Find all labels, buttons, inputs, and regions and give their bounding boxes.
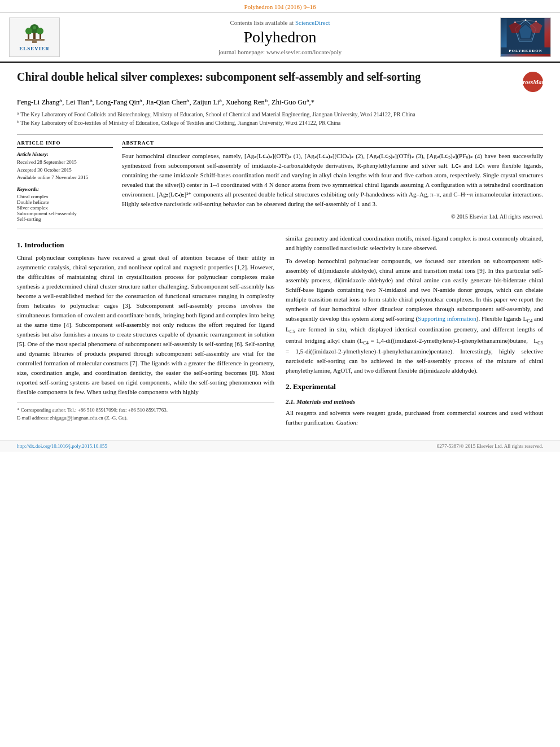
journal-homepage: journal homepage: www.elsevier.com/locat…: [65, 49, 495, 55]
article-title: Chiral double helical silver complexes: …: [17, 69, 517, 84]
body-left-column: 1. Introduction Chiral polynuclear compl…: [17, 234, 274, 431]
received-date: Received 28 September 2015 Accepted 30 O…: [17, 159, 113, 182]
sciencedirect-link[interactable]: Contents lists available at ScienceDirec…: [65, 19, 495, 26]
experimental-heading: 2. Experimental: [286, 381, 543, 392]
keywords-section: Keywords: Chiral complex Double helicate…: [17, 186, 113, 222]
affiliations: ᵃ The Key Laboratory of Food Colloids an…: [17, 110, 543, 127]
svg-point-2: [25, 28, 32, 34]
abstract-panel: ABSTRACT Four homochiral dinuclear compl…: [122, 140, 543, 222]
keyword-5: Self-sorting: [17, 216, 113, 222]
doi-link[interactable]: http://dx.doi.org/10.1016/j.poly.2015.10…: [17, 443, 107, 449]
corresponding-author-note: * Corresponding author. Tel.: +86 510 85…: [17, 407, 274, 414]
intro-para-3: To develop homochiral polynuclear compou…: [286, 256, 543, 376]
journal-header: ELSEVIER Contents lists available at Sci…: [0, 13, 560, 63]
article-body: Chiral double helical silver complexes: …: [0, 63, 560, 440]
info-abstract-columns: ARTICLE INFO Article history: Received 2…: [17, 134, 543, 222]
intro-heading: 1. Introduction: [17, 239, 274, 251]
intro-para-1: Chiral polynuclear complexes have receiv…: [17, 253, 274, 397]
keyword-3: Silver complex: [17, 205, 113, 211]
cover-journal-label: POLYHEDRON: [501, 47, 550, 54]
journal-title: Polyhedron: [65, 28, 495, 46]
history-label: Article history:: [17, 151, 113, 157]
affiliation-a: ᵃ The Key Laboratory of Food Colloids an…: [17, 110, 543, 119]
keyword-2: Double helicate: [17, 199, 113, 205]
article-info-heading: ARTICLE INFO: [17, 140, 113, 148]
authors-line: Feng-Li Zhangᵃ, Lei Tianᵃ, Long-Fang Qin…: [17, 98, 543, 107]
body-columns: 1. Introduction Chiral polynuclear compl…: [17, 234, 543, 431]
section-divider: [17, 229, 543, 229]
svg-rect-1: [33, 33, 36, 40]
journal-cover-image: POLYHEDRON: [500, 18, 551, 57]
email-note: E-mail address: zhigugu@jiangnan.edu.cn …: [17, 414, 274, 422]
methods-heading: 2.1. Materials and methods: [286, 397, 543, 407]
intro-para-2: similar geometry and identical coordinat…: [286, 234, 543, 253]
doi-bar: http://dx.doi.org/10.1016/j.poly.2015.10…: [0, 440, 560, 452]
svg-point-8: [33, 26, 36, 29]
article-info-panel: ARTICLE INFO Article history: Received 2…: [17, 140, 113, 222]
title-area: Chiral double helical silver complexes: …: [17, 69, 543, 92]
svg-point-18: [514, 21, 516, 23]
keyword-1: Chiral complex: [17, 194, 113, 199]
svg-point-17: [525, 19, 527, 21]
body-right-column: similar geometry and identical coordinat…: [286, 234, 543, 431]
abstract-text: Four homochiral dinuclear complexes, nam…: [122, 151, 543, 221]
svg-rect-5: [40, 34, 41, 39]
crossmark-badge[interactable]: CrossMark: [523, 72, 543, 92]
elsevier-tree-icon: [22, 23, 47, 45]
issn-text: 0277-5387/© 2015 Elsevier Ltd. All right…: [437, 443, 543, 449]
journal-center: Contents lists available at ScienceDirec…: [65, 19, 495, 55]
elsevier-wordmark: ELSEVIER: [19, 46, 50, 51]
abstract-copyright: © 2015 Elsevier Ltd. All rights reserved…: [122, 212, 543, 221]
svg-rect-7: [32, 40, 37, 43]
keyword-4: Subcomponent self-assembly: [17, 211, 113, 216]
footnote-area: * Corresponding author. Tel.: +86 510 85…: [17, 403, 274, 422]
elsevier-logo-left: ELSEVIER: [9, 18, 60, 57]
svg-point-19: [535, 20, 537, 22]
journal-volume-info: Polyhedron 104 (2016) 9–16: [0, 0, 560, 13]
crossmark-icon[interactable]: CrossMark: [523, 72, 543, 92]
keywords-label: Keywords:: [17, 186, 113, 192]
supporting-info-link[interactable]: Supporting information: [418, 315, 476, 322]
svg-point-3: [37, 28, 43, 34]
methods-para: All reagents and solvents were reagent g…: [286, 408, 543, 427]
svg-rect-4: [28, 34, 29, 39]
abstract-heading: ABSTRACT: [122, 140, 543, 148]
affiliation-b: ᵇ The Key Laboratory of Eco-textiles of …: [17, 119, 543, 127]
cover-art: [500, 18, 551, 47]
